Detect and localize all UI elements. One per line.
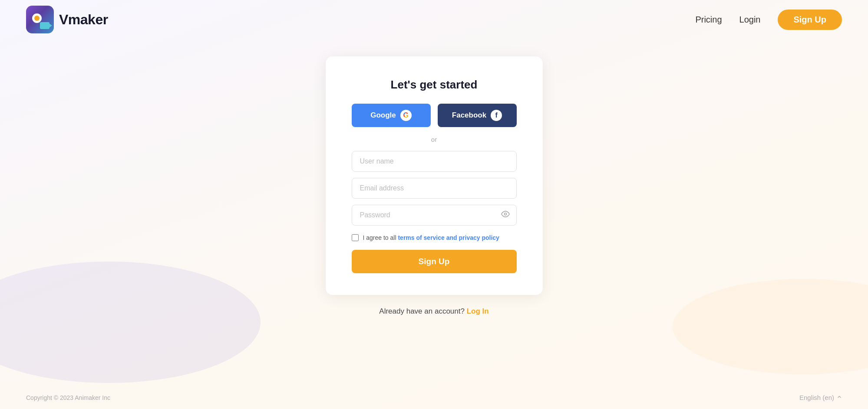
facebook-f-letter: f (495, 111, 498, 119)
signup-card: Let's get started Google G Facebook f or (326, 56, 543, 295)
logo-text: Vmaker (59, 12, 108, 28)
google-button[interactable]: Google G (352, 104, 431, 127)
already-account: Already have an account? Log In (379, 307, 488, 316)
google-icon: G (400, 110, 412, 121)
or-divider: or (431, 136, 437, 143)
terms-prefix: I agree to all (363, 234, 398, 241)
card-title: Let's get started (391, 78, 478, 92)
logo-eye (36, 17, 38, 20)
nav-links: Pricing Login Sign Up (695, 10, 842, 30)
signup-main-button[interactable]: Sign Up (352, 250, 517, 273)
google-button-label: Google (370, 111, 396, 120)
terms-checkbox[interactable] (352, 234, 359, 241)
facebook-button[interactable]: Facebook f (438, 104, 517, 127)
footer: Copyright © 2023 Animaker Inc English (e… (0, 386, 868, 409)
username-input[interactable] (352, 151, 517, 172)
email-input[interactable] (352, 178, 517, 199)
email-group (352, 178, 517, 199)
terms-text: I agree to all terms of service and priv… (363, 234, 499, 241)
terms-link[interactable]: terms of service and privacy policy (398, 234, 499, 241)
password-eye-icon[interactable] (501, 210, 510, 221)
terms-row: I agree to all terms of service and priv… (352, 234, 517, 241)
password-input[interactable] (352, 205, 517, 226)
password-wrapper (352, 205, 517, 226)
already-text: Already have an account? (379, 307, 466, 315)
google-g-letter: G (403, 111, 409, 119)
facebook-icon: f (491, 110, 502, 121)
password-group (352, 205, 517, 226)
navbar: Vmaker Pricing Login Sign Up (0, 0, 868, 39)
login-link-bottom[interactable]: Log In (467, 307, 489, 315)
username-group (352, 151, 517, 172)
svg-point-0 (504, 213, 506, 215)
login-link[interactable]: Login (739, 15, 761, 25)
footer-copyright: Copyright © 2023 Animaker Inc (26, 394, 110, 401)
logo-icon (26, 6, 54, 33)
language-label: English (en) (799, 394, 834, 401)
main-content: Let's get started Google G Facebook f or (0, 39, 868, 316)
chevron-up-icon (837, 394, 842, 401)
social-buttons: Google G Facebook f (352, 104, 517, 127)
facebook-button-label: Facebook (452, 111, 486, 120)
nav-signup-button[interactable]: Sign Up (778, 10, 842, 30)
language-selector[interactable]: English (en) (799, 394, 842, 401)
logo-camera (40, 22, 50, 29)
logo[interactable]: Vmaker (26, 6, 108, 33)
pricing-link[interactable]: Pricing (695, 15, 722, 25)
